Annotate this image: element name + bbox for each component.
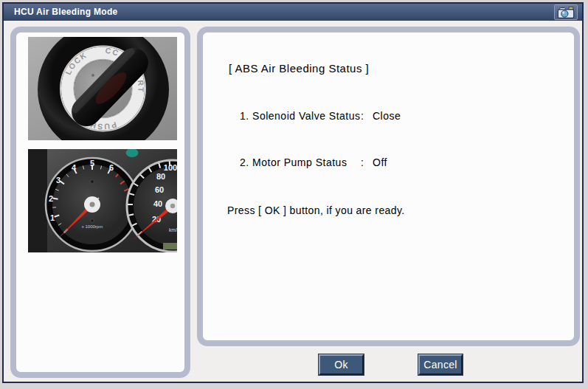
screenshot-camera-button[interactable] <box>554 4 578 20</box>
status-item-separator: : <box>361 110 373 122</box>
status-item-motor-pump: 2. Motor Pump Status : Off <box>240 156 387 168</box>
status-item-solenoid: 1. Solenoid Valve Status : Close <box>240 110 401 122</box>
cancel-button[interactable]: Cancel <box>418 354 463 375</box>
tach-number-3: 3 <box>56 176 60 185</box>
camera-icon <box>556 6 575 19</box>
title-bar: HCU Air Bleeding Mode <box>4 4 582 21</box>
speed-number-40: 40 <box>153 199 162 208</box>
speed-number-100: 100 <box>164 163 177 172</box>
tach-number-2: 2 <box>49 194 53 203</box>
tach-number-5: 5 <box>90 159 94 168</box>
image-panel: ACC START PUSH LOCK <box>10 27 190 378</box>
status-item-value: Close <box>373 110 401 122</box>
status-item-value: Off <box>373 156 387 168</box>
tach-unit-label: x 1000rpm <box>82 224 103 229</box>
dialog-body: HCU Air Bleeding Mode <box>2 2 584 383</box>
tach-number-1: 1 <box>50 213 55 222</box>
speed-unit-label: km/h <box>169 227 177 233</box>
status-item-label: 2. Motor Pump Status <box>240 156 361 168</box>
speed-number-80: 80 <box>156 172 165 181</box>
instrument-cluster-photo: 1 2 3 4 5 6 x 1000rpm <box>28 149 177 252</box>
speed-number-60: 60 <box>155 185 164 194</box>
tach-number-6: 6 <box>109 163 114 172</box>
dialog-window: HCU Air Bleeding Mode <box>0 0 588 389</box>
ok-button[interactable]: Ok <box>319 354 364 375</box>
status-panel: [ ABS Air Bleeding Status ] 1. Solenoid … <box>197 27 580 346</box>
tach-number-4: 4 <box>72 163 77 172</box>
status-item-separator: : <box>361 156 373 168</box>
status-item-label: 1. Solenoid Valve Status <box>240 110 361 122</box>
status-heading: [ ABS Air Bleeding Status ] <box>229 62 369 75</box>
instruction-text: Press [ OK ] button, if you are ready. <box>227 204 405 216</box>
ignition-switch-photo: ACC START PUSH LOCK <box>28 37 177 140</box>
window-title: HCU Air Bleeding Mode <box>14 7 118 17</box>
